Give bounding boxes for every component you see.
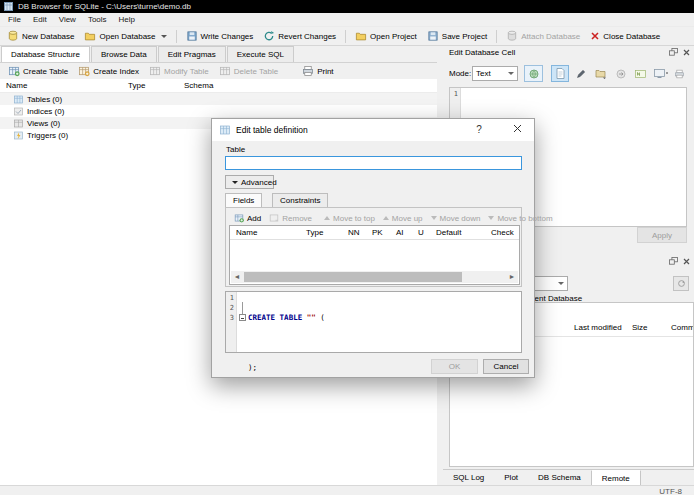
revert-changes-icon (263, 30, 275, 42)
edit-cell-dock-title: Edit Database Cell (449, 48, 515, 57)
fullscreen-cell-button[interactable] (651, 66, 667, 81)
col-nn: NN (348, 228, 360, 237)
tree-column-schema[interactable]: Schema (184, 81, 213, 90)
remote-column-last-modified: Last modified (574, 323, 622, 332)
tab-fields[interactable]: Fields (225, 193, 262, 207)
open-project-button[interactable]: Open Project (350, 28, 422, 45)
fullscreen-icon (654, 69, 665, 78)
attach-database-icon (506, 30, 518, 42)
tab-sql-log[interactable]: SQL Log (443, 470, 494, 486)
close-dock-icon[interactable] (683, 258, 690, 265)
dialog-icon (220, 125, 230, 135)
move-to-top-button[interactable]: Move to top (320, 211, 379, 224)
triggers-icon (14, 131, 23, 140)
dialog-help-button[interactable]: ? (466, 119, 492, 141)
document-icon (556, 68, 565, 79)
scrollbar-thumb[interactable] (244, 272, 462, 282)
text-mode-button[interactable] (551, 65, 569, 82)
remove-field-button[interactable]: Remove (265, 211, 316, 224)
close-database-icon (590, 31, 600, 41)
app-icon (4, 2, 13, 11)
col-default: Default (436, 228, 461, 237)
edit-cell-edit-button[interactable] (573, 66, 589, 81)
remote-column-size: Size (632, 323, 648, 332)
new-database-icon (7, 30, 19, 42)
mode-combo[interactable]: Text (472, 66, 518, 81)
float-dock-icon[interactable] (669, 257, 678, 265)
menu-tools[interactable]: Tools (82, 13, 113, 26)
table-name-input[interactable] (225, 156, 522, 170)
print-button[interactable]: Print (297, 63, 338, 80)
move-down-button[interactable]: Move down (427, 211, 485, 224)
menu-view[interactable]: View (53, 13, 82, 26)
import-cell-button[interactable] (592, 66, 610, 81)
print-icon (302, 65, 314, 77)
modify-table-icon (149, 65, 161, 77)
create-table-icon (8, 65, 20, 77)
dialog-close-button[interactable] (504, 119, 530, 141)
tab-db-schema[interactable]: DB Schema (528, 470, 591, 486)
col-check: Check (491, 228, 514, 237)
open-database-dropdown-icon[interactable] (161, 35, 167, 38)
print-cell-button[interactable] (671, 66, 687, 81)
delete-table-button[interactable]: Delete Table (214, 63, 283, 80)
tree-column-type[interactable]: Type (128, 81, 145, 90)
tab-constraints[interactable]: Constraints (272, 193, 328, 207)
close-database-button[interactable]: Close Database (585, 28, 665, 45)
tree-column-name[interactable]: Name (6, 81, 27, 90)
cancel-button[interactable]: Cancel (483, 359, 529, 374)
tree-item-tables[interactable]: Tables (0) (0, 93, 437, 105)
edit-table-dialog: Edit table definition ? Table Advanced F… (211, 118, 535, 378)
app-window: DB Browser for SQLite - C:\Users\turne\d… (0, 0, 694, 495)
scroll-right-icon[interactable]: ► (506, 271, 518, 283)
menu-file[interactable]: File (2, 13, 27, 26)
move-to-bottom-button[interactable]: Move to bottom (484, 211, 556, 224)
tab-database-structure[interactable]: Database Structure (1, 46, 90, 62)
scroll-left-icon[interactable]: ◄ (231, 271, 243, 283)
ok-button[interactable]: OK (431, 359, 478, 374)
write-changes-button[interactable]: Write Changes (181, 28, 259, 45)
auto-switch-mode-button[interactable] (524, 65, 543, 82)
export-cell-button[interactable] (613, 66, 629, 81)
main-tab-bar: Database Structure Browse Data Edit Prag… (1, 46, 295, 62)
tables-icon (14, 95, 23, 104)
titlebar: DB Browser for SQLite - C:\Users\turne\d… (0, 0, 694, 13)
tab-browse-data[interactable]: Browse Data (91, 46, 157, 62)
menubar: File Edit View Tools Help (0, 13, 694, 27)
revert-changes-button[interactable]: Revert Changes (258, 28, 341, 45)
modify-table-button[interactable]: Modify Table (144, 63, 214, 80)
save-project-button[interactable]: Save Project (422, 28, 492, 45)
move-up-button[interactable]: Move up (379, 211, 427, 224)
add-field-icon (234, 213, 244, 223)
sql-preview-editor[interactable]: 1 2 3 CREATE TABLE "" ( ); (225, 291, 522, 353)
float-dock-icon[interactable] (669, 48, 678, 56)
col-type: Type (306, 228, 323, 237)
fields-toolbar: Add Remove Move to top Move up Move down (230, 211, 520, 224)
remote-reload-button[interactable] (673, 276, 689, 291)
apply-button[interactable]: Apply (637, 227, 687, 243)
attach-database-button[interactable]: Attach Database (501, 28, 585, 45)
tree-item-indices[interactable]: Indices (0) (0, 105, 437, 117)
statusbar: UTF-8 (0, 485, 694, 495)
close-dock-icon[interactable] (683, 49, 690, 56)
tab-execute-sql[interactable]: Execute SQL (227, 46, 294, 62)
add-field-button[interactable]: Add (230, 211, 265, 224)
printer-icon (674, 69, 685, 79)
fields-grid[interactable]: Name Type NN PK AI U Default Check ◄ ► (229, 225, 520, 285)
create-index-button[interactable]: Create Index (73, 63, 144, 80)
fold-marker-icon[interactable] (239, 314, 246, 321)
create-table-button[interactable]: Create Table (3, 63, 73, 80)
menu-help[interactable]: Help (113, 13, 141, 26)
fields-grid-hscrollbar[interactable]: ◄ ► (231, 271, 518, 283)
encoding-indicator[interactable]: UTF-8 (659, 487, 682, 495)
tab-edit-pragmas[interactable]: Edit Pragmas (158, 46, 226, 62)
tab-plot[interactable]: Plot (494, 470, 528, 486)
new-database-button[interactable]: New Database (2, 28, 79, 45)
set-null-button[interactable] (632, 66, 648, 81)
tab-remote[interactable]: Remote (591, 470, 641, 486)
menu-edit[interactable]: Edit (27, 13, 53, 26)
open-database-button[interactable]: Open Database (79, 28, 171, 45)
sql-gutter: 1 2 3 (226, 292, 237, 352)
advanced-toggle-button[interactable]: Advanced (225, 175, 274, 189)
remove-field-icon (269, 213, 279, 223)
